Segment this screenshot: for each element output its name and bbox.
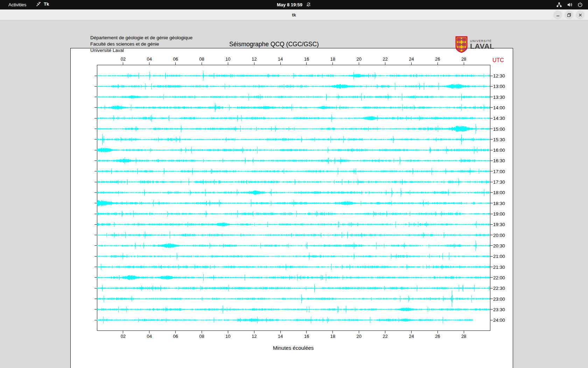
system-status-area[interactable] [556,0,583,9]
header-line-3: Université Laval [90,47,192,54]
focused-app-menu[interactable]: Tk [36,1,49,7]
row-tick-left [94,214,97,214]
x-tick-label-bottom: 28 [461,334,466,339]
utc-time-label: 17:30 [493,179,505,185]
x-tick-top [359,62,359,65]
row-tick-right [490,161,493,161]
department-header: Département de géologie et de génie géol… [90,35,192,54]
x-tick-label-bottom: 08 [199,334,204,339]
x-tick-bottom [464,331,464,333]
x-tick-label-top: 24 [409,56,414,62]
header-line-2: Faculté des sciences et de génie [90,41,192,47]
utc-time-label: 14:00 [493,105,505,110]
x-tick-label-bottom: 14 [278,334,283,339]
maximize-button[interactable] [565,11,573,19]
utc-time-label: 21:00 [493,254,505,259]
x-tick-bottom [438,331,438,333]
x-tick-label-bottom: 22 [383,334,387,339]
header-line-1: Département de géologie et de génie géol… [90,35,192,41]
focused-app-name: Tk [44,1,49,7]
clock-label: May 8 19:59 [277,2,302,7]
x-tick-top [254,62,254,65]
utc-time-label: 18:30 [493,200,505,206]
row-tick-left [94,161,97,161]
x-tick-bottom [306,331,307,333]
x-tick-label-top: 12 [252,56,257,62]
x-tick-top [175,62,176,65]
x-tick-top [438,62,438,65]
row-tick-right [490,267,493,267]
row-tick-left [94,224,97,225]
x-tick-bottom [175,331,176,333]
row-tick-left [94,171,97,171]
utc-time-label: 20:30 [493,243,505,248]
power-icon [577,2,583,8]
row-tick-right [490,118,493,118]
x-tick-top [202,62,202,65]
row-tick-left [94,245,97,246]
utc-time-label: 18:00 [493,190,505,195]
row-tick-right [490,129,493,129]
row-tick-right [490,256,493,257]
window-titlebar[interactable]: tk [0,9,588,20]
row-tick-left [94,320,97,320]
x-tick-top [280,62,281,65]
x-tick-label-top: 14 [278,56,283,62]
utc-time-label: 13:30 [493,94,505,100]
row-tick-left [94,277,97,278]
row-tick-right [490,224,493,225]
x-tick-top [123,62,123,65]
x-tick-bottom [411,331,412,333]
x-tick-label-bottom: 04 [147,334,152,339]
row-tick-right [490,107,493,108]
minimize-button[interactable] [553,11,562,19]
row-tick-right [490,214,493,214]
x-tick-bottom [202,331,202,333]
row-tick-right [490,182,493,182]
row-tick-right [490,203,493,203]
clock-menu[interactable]: May 8 19:59 [277,0,311,9]
utc-time-label: 15:30 [493,137,505,142]
utc-time-label: 23:00 [493,296,505,301]
x-tick-label-bottom: 10 [225,334,230,339]
utc-time-label: 13:00 [493,84,505,89]
utc-time-label: 23:30 [493,307,505,312]
row-tick-right [490,309,493,309]
row-tick-left [94,267,97,267]
x-tick-bottom [332,331,333,333]
x-tick-label-top: 10 [225,56,230,62]
row-tick-right [490,192,493,193]
x-tick-label-top: 28 [461,56,466,62]
activities-button[interactable]: Activities [5,1,30,8]
row-tick-right [490,288,493,288]
row-tick-right [490,320,493,320]
x-tick-top [149,62,149,65]
row-tick-left [94,182,97,182]
row-tick-left [94,129,97,129]
row-tick-left [94,299,97,299]
x-tick-label-top: 18 [330,56,335,62]
x-tick-label-top: 20 [356,56,361,62]
row-tick-right [490,76,493,76]
row-tick-right [490,97,493,97]
logo-laval-label: LAVAL [470,43,494,50]
x-tick-label-bottom: 16 [304,334,309,339]
utc-time-label: 22:30 [493,286,505,291]
row-tick-right [490,277,493,278]
utc-time-label: 21:30 [493,264,505,270]
universite-laval-logo: UNIVERSITÉ LAVAL [455,36,494,53]
row-tick-left [94,97,97,97]
laval-shield-icon [455,36,468,53]
x-axis-title: Minutes écoulées [273,345,314,351]
x-tick-label-top: 02 [121,56,126,62]
close-button[interactable] [576,11,584,19]
utc-time-label: 16:00 [493,148,505,153]
x-tick-label-top: 16 [304,56,309,62]
chart-title: Séismographe QCQ (CGC/GSC) [229,41,319,48]
x-tick-label-bottom: 12 [252,334,257,339]
row-tick-left [94,235,97,235]
x-tick-top [228,62,228,65]
utc-time-label: 19:00 [493,211,505,217]
x-tick-label-bottom: 24 [409,334,414,339]
x-tick-top [411,62,412,65]
